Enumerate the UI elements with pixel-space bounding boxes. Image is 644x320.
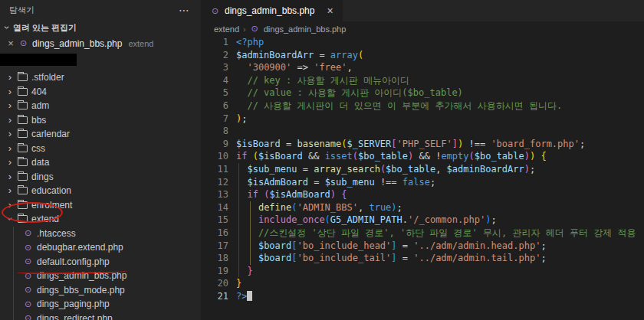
folder-enrolment[interactable]: ›enrolment bbox=[0, 198, 201, 213]
vscode-window: 탐색기 ⋯ › 열려 있는 편집기 × ⊙ dings_admin_bbs.ph… bbox=[0, 0, 644, 320]
code-line-4[interactable]: 4 // key : 사용할 게시판 메뉴아이디 bbox=[201, 74, 644, 87]
chevron-right-icon: › bbox=[6, 130, 14, 138]
line-number: 17 bbox=[201, 240, 228, 253]
code-line-9[interactable]: 9$isBoard = basename($_SERVER['PHP_SELF'… bbox=[201, 138, 644, 151]
code-line-text: //스킨설정 '상단 파일 경로', '하단 파일 경로' 무시, 관리자 헤더… bbox=[228, 227, 636, 240]
file-dings-bbs-mode-php[interactable]: ⊙dings_bbs_mode.php bbox=[0, 283, 201, 298]
code-line-19[interactable]: 19 } bbox=[201, 265, 644, 278]
line-number: 7 bbox=[201, 113, 228, 126]
code-line-2[interactable]: 2$adminBoardArr = array( bbox=[201, 49, 644, 62]
line-number: 14 bbox=[201, 201, 228, 214]
code-line-8[interactable]: 8 bbox=[201, 125, 644, 138]
code-line-18[interactable]: 18 $board['bo_include_tail'] = '../adm/a… bbox=[201, 252, 644, 265]
breadcrumb-separator-icon: › bbox=[243, 24, 246, 34]
chevron-right-icon: › bbox=[6, 201, 14, 209]
folder-data[interactable]: ›data bbox=[0, 155, 201, 170]
tree-item-label: dings_bbs_mode.php bbox=[37, 285, 125, 296]
line-number: 6 bbox=[201, 100, 228, 113]
tab-bar: ⊙ dings_admin_bbs.php × bbox=[201, 0, 644, 21]
folder-open-icon bbox=[18, 215, 28, 223]
open-editor-item[interactable]: × ⊙ dings_admin_bbs.php extend bbox=[0, 35, 201, 51]
tree-item-label: bbs bbox=[31, 115, 46, 126]
tab-label: dings_admin_bbs.php bbox=[225, 5, 314, 16]
tree-item-label: dings_admin_bbs.php bbox=[37, 270, 127, 281]
code-editor[interactable]: 1<?php2$adminBoardArr = array(3 '300900'… bbox=[201, 36, 644, 320]
code-line-text: // key : 사용할 게시판 메뉴아이디 bbox=[228, 74, 409, 87]
breadcrumb-folder[interactable]: extend bbox=[214, 24, 239, 34]
code-line-13[interactable]: 13 if ($isAdmBoard) { bbox=[201, 188, 644, 201]
file--htaccess[interactable]: ⊙.htaccess bbox=[0, 227, 201, 241]
close-icon[interactable]: × bbox=[327, 5, 333, 17]
tab-dings-admin-bbs[interactable]: ⊙ dings_admin_bbs.php × bbox=[201, 0, 343, 21]
folder-icon bbox=[18, 145, 28, 152]
code-line-11[interactable]: 11 $sub_menu = array_search($bo_table, $… bbox=[201, 163, 644, 176]
code-line-text: // value : 사용할 게시판 아이디($bo_table) bbox=[228, 87, 463, 100]
line-number: 4 bbox=[201, 74, 228, 87]
chevron-right-icon: › bbox=[6, 187, 14, 194]
folder-icon bbox=[18, 88, 28, 96]
code-line-text: ?> bbox=[228, 290, 252, 303]
chevron-right-icon: › bbox=[6, 116, 14, 124]
line-number: 9 bbox=[201, 138, 228, 151]
folder-extend[interactable]: ›extend bbox=[0, 212, 201, 227]
folder-adm[interactable]: ›adm bbox=[0, 99, 201, 113]
code-line-7[interactable]: 7); bbox=[201, 113, 644, 126]
chevron-right-icon: › bbox=[6, 102, 14, 109]
code-line-10[interactable]: 10if ($isBoard && isset($bo_table) && !e… bbox=[201, 150, 644, 163]
code-line-15[interactable]: 15 include_once(G5_ADMIN_PATH.'/_common.… bbox=[201, 214, 644, 227]
code-line-5[interactable]: 5 // value : 사용할 게시판 아이디($bo_table) bbox=[201, 87, 644, 100]
code-line-6[interactable]: 6 // 사용할 게시판이 더 있으면 이 부분에 추가해서 사용하시면 됩니다… bbox=[201, 100, 644, 113]
folder--stfolder[interactable]: ›.stfolder bbox=[0, 70, 201, 85]
folder-icon bbox=[18, 130, 28, 138]
folder-404[interactable]: ›404 bbox=[0, 85, 201, 100]
code-line-16[interactable]: 16 //스킨설정 '상단 파일 경로', '하단 파일 경로' 무시, 관리자… bbox=[201, 227, 644, 240]
folder-dings[interactable]: ›dings bbox=[0, 170, 201, 184]
folder-icon bbox=[18, 73, 28, 81]
file-dings-admin-bbs-php[interactable]: ⊙dings_admin_bbs.php bbox=[0, 269, 201, 283]
folder-bbs[interactable]: ›bbs bbox=[0, 113, 201, 128]
line-number: 11 bbox=[201, 163, 228, 176]
tree-item-label: education bbox=[31, 185, 71, 196]
open-editors-label: 열려 있는 편집기 bbox=[13, 22, 77, 34]
code-line-20[interactable]: 20} bbox=[201, 277, 644, 290]
code-line-3[interactable]: 3 '300900' => 'free', bbox=[201, 61, 644, 74]
folder-carlendar[interactable]: ›carlendar bbox=[0, 127, 201, 142]
folder-icon bbox=[18, 173, 28, 181]
line-number: 15 bbox=[201, 214, 228, 227]
file-dings-paging-php[interactable]: ⊙dings_paging.php bbox=[0, 297, 201, 312]
php-file-icon: ⊙ bbox=[23, 299, 33, 309]
line-number: 8 bbox=[201, 125, 228, 138]
tree-item-label: debugbar.extend.php bbox=[37, 242, 123, 253]
code-line-14[interactable]: 14 define('ADMIN_BBS', true); bbox=[201, 201, 644, 214]
code-line-text: $adminBoardArr = array( bbox=[228, 49, 363, 62]
tree-item-label: .stfolder bbox=[31, 72, 64, 83]
code-line-1[interactable]: 1<?php bbox=[201, 36, 644, 49]
folder-icon bbox=[18, 116, 28, 124]
folder-css[interactable]: ›css bbox=[0, 142, 201, 156]
tree-item-label: 404 bbox=[31, 87, 47, 97]
folder-education[interactable]: ›education bbox=[0, 184, 201, 198]
line-number: 18 bbox=[201, 252, 228, 265]
code-line-text: } bbox=[228, 265, 253, 278]
code-line-12[interactable]: 12 $isAdmBoard = $sub_menu !== false; bbox=[201, 176, 644, 189]
workspace-section-redacted[interactable] bbox=[0, 54, 77, 66]
chevron-down-icon: › bbox=[6, 215, 14, 223]
code-line-text: ); bbox=[228, 113, 247, 126]
tree-item-label: carlendar bbox=[31, 129, 70, 139]
code-line-text: <?php bbox=[228, 36, 264, 49]
chevron-right-icon: › bbox=[6, 173, 14, 181]
more-actions-icon[interactable]: ⋯ bbox=[179, 4, 190, 16]
php-file-icon: ⊙ bbox=[23, 243, 33, 253]
file-dings-redirect-php[interactable]: ⊙dings_redirect.php bbox=[0, 312, 201, 320]
breadcrumb-file[interactable]: dings_admin_bbs.php bbox=[264, 24, 347, 34]
file-default-config-php[interactable]: ⊙default.config.php bbox=[0, 255, 201, 269]
close-icon[interactable]: × bbox=[7, 38, 15, 49]
code-line-21[interactable]: 21?> bbox=[201, 290, 644, 303]
breadcrumb: extend › ⊙ dings_admin_bbs.php bbox=[201, 21, 644, 36]
code-line-text bbox=[228, 125, 236, 138]
tree-item-label: adm bbox=[31, 100, 49, 111]
open-editors-section-header[interactable]: › 열려 있는 편집기 bbox=[0, 20, 201, 35]
code-line-text: if ($isAdmBoard) { bbox=[228, 188, 347, 201]
file-debugbar-extend-php[interactable]: ⊙debugbar.extend.php bbox=[0, 240, 201, 255]
code-line-17[interactable]: 17 $board['bo_include_head'] = '../adm/a… bbox=[201, 240, 644, 253]
